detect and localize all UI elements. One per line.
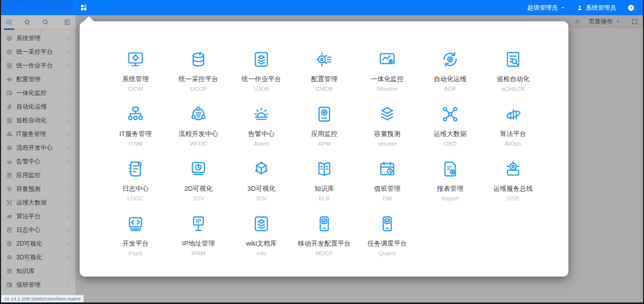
- topbar: 超级管理员 系统管理员 ?: [1, 0, 643, 15]
- app-tile-name: 运维大数据: [434, 129, 467, 139]
- gear-list-icon: [315, 50, 334, 69]
- app-tile-uccp[interactable]: 统一采控平台 UCCP: [167, 50, 230, 92]
- app-tile-volume[interactable]: 容量预测 volume: [356, 105, 419, 147]
- app-tile-code: aCHECK: [501, 86, 525, 92]
- app-tile-ujob[interactable]: 统一作业平台 UJOB: [230, 50, 293, 92]
- user-label: 系统管理员: [586, 4, 616, 12]
- app-tile-name: 知识库: [315, 184, 334, 193]
- database-icon: [189, 50, 208, 69]
- org-tree-icon: [126, 105, 145, 124]
- stack-icon: [378, 105, 397, 124]
- app-tile-code: OBD: [444, 141, 457, 147]
- app-tile-osb[interactable]: 运维服务总线 OSB: [482, 159, 545, 202]
- statusbar-url: 10.14.1.109:18081/ciom/itsm-main#: [1, 295, 84, 302]
- app-tile-code: iMonitor: [377, 86, 398, 92]
- app-tile-name: 2D可视化: [184, 184, 213, 193]
- app-tile-name: 应用监控: [311, 129, 337, 139]
- app-tile-code: UJOB: [254, 86, 269, 92]
- app-tile-itsm[interactable]: IT服务管理 ITSM: [104, 105, 167, 147]
- app-tile-imonitor[interactable]: 一体化监控 iMonitor: [356, 50, 419, 92]
- app-tile-code: volume: [378, 141, 396, 147]
- app-tile-code: UCCP: [190, 86, 207, 92]
- app-tile-name: 自动化运维: [434, 75, 467, 84]
- app-tile-code: OSB: [507, 195, 519, 201]
- app-tile-name: wiki文档库: [246, 239, 277, 248]
- app-tile-code: 3DV: [256, 195, 267, 201]
- bar-orbit-icon: [503, 105, 523, 124]
- app-tile-obd[interactable]: 运维大数据 OBD: [419, 105, 482, 147]
- person-icon: [577, 5, 583, 11]
- app-tile-logc[interactable]: 日志中心 LOGC: [104, 159, 167, 202]
- calendar-clock-icon: [378, 159, 397, 179]
- app-tile-report[interactable]: 报表管理 Report: [419, 159, 482, 202]
- app-tile-ipam[interactable]: IP IP地址管理 IPAM: [167, 214, 230, 257]
- app-tile-cmdb[interactable]: 配置管理 CMDB: [293, 50, 356, 92]
- cube-icon: [252, 159, 271, 179]
- help-button[interactable]: ?: [627, 4, 635, 12]
- app-tile-name: 巡检自动化: [497, 75, 530, 84]
- apps-grid: 系统管理 CIOM 统一采控平台 UCCP 统一作业平台 UJOB 配置管理 C…: [80, 21, 568, 257]
- app-tile-code: Report: [442, 195, 459, 201]
- camera-square-icon: [315, 105, 334, 124]
- app-tile-klb[interactable]: 知识库 KLB: [293, 159, 356, 202]
- monitor-gear-icon: [126, 50, 145, 69]
- app-tile-code: PaaS: [128, 250, 143, 256]
- app-tile-code: APM: [318, 141, 331, 147]
- app-tile-quartz[interactable]: 任务调度平台 Quartz: [356, 214, 419, 257]
- doc-gear-icon: [440, 159, 460, 179]
- app-tile-name: 流程开发中心: [179, 129, 218, 139]
- app-tile-2dv[interactable]: 2D可视化 2DV: [167, 159, 230, 202]
- app-tile-code: KLB: [319, 195, 330, 201]
- gear-sync-icon: [440, 50, 460, 69]
- app-window: 超级管理员 系统管理员 ? 系统管理 统一采控平: [0, 0, 644, 304]
- app-tile-name: 3D可视化: [247, 184, 276, 193]
- network-icon: [440, 105, 460, 124]
- app-tile-wiki[interactable]: wiki文档库 wiki: [230, 214, 293, 257]
- phone-check-icon: [378, 214, 397, 233]
- ip-sign-icon: IP: [189, 214, 208, 233]
- doc-search-icon: [503, 50, 523, 69]
- app-tile-code: CMDB: [316, 86, 333, 92]
- app-tile-wfdc[interactable]: 流程开发中心 WFDC: [167, 105, 230, 147]
- role-switcher[interactable]: 超级管理员: [527, 4, 565, 12]
- app-tile-alarm[interactable]: 告警中心 Alarm: [230, 105, 293, 147]
- app-tile-name: 系统管理: [122, 75, 149, 84]
- app-tile-dm[interactable]: 值班管理 DM: [356, 159, 419, 202]
- app-tile-code: Alarm: [254, 141, 269, 147]
- app-tile-code: LOGC: [127, 195, 144, 201]
- app-tile-name: 统一作业平台: [242, 75, 281, 84]
- book-icon: [315, 159, 334, 179]
- flow-nodes-icon: [189, 105, 208, 124]
- apps-launcher-button[interactable]: [78, 2, 89, 13]
- app-tile-code: DM: [383, 195, 392, 201]
- app-tile-ciom[interactable]: 系统管理 CIOM: [104, 50, 167, 92]
- app-tile-code: CIOM: [128, 86, 143, 92]
- logo-area: [1, 0, 73, 15]
- app-tile-code: ITSM: [128, 141, 142, 147]
- app-tile-paas[interactable]: 开发平台 PaaS: [104, 214, 167, 257]
- app-tile-acheck[interactable]: 巡检自动化 aCHECK: [482, 50, 545, 92]
- app-tile-code: WFDC: [190, 141, 208, 147]
- app-tile-name: IT服务管理: [119, 129, 152, 139]
- notebook-icon: [126, 159, 145, 179]
- monitor-pie-icon: [189, 159, 208, 179]
- alarm-icon: [252, 105, 271, 124]
- app-tile-name: 日志中心: [122, 184, 149, 193]
- app-tile-code: Quartz: [379, 250, 396, 256]
- app-tile-apm[interactable]: 应用监控 APM: [293, 105, 356, 147]
- app-tile-aop[interactable]: 自动化运维 AOP: [419, 50, 482, 92]
- app-tile-name: 一体化监控: [371, 75, 404, 84]
- app-tile-3dv[interactable]: 3D可视化 3DV: [230, 159, 293, 202]
- topbar-right: 超级管理员 系统管理员 ?: [527, 4, 643, 12]
- app-tile-aiops[interactable]: 算法平台 AIOps: [482, 105, 545, 147]
- role-label: 超级管理员: [527, 4, 558, 12]
- bus-icon: [503, 159, 523, 179]
- app-tile-name: 报表管理: [437, 184, 463, 193]
- user-menu[interactable]: 系统管理员: [577, 4, 616, 12]
- app-tile-mdcp[interactable]: 移动开发配置平台 MDCP: [293, 214, 356, 257]
- apps-grid-icon: [80, 4, 88, 12]
- caret-down-icon: [560, 5, 565, 10]
- svg-text:IP: IP: [196, 218, 201, 224]
- app-tile-name: 算法平台: [500, 129, 526, 139]
- app-tile-name: 运维服务总线: [493, 184, 533, 193]
